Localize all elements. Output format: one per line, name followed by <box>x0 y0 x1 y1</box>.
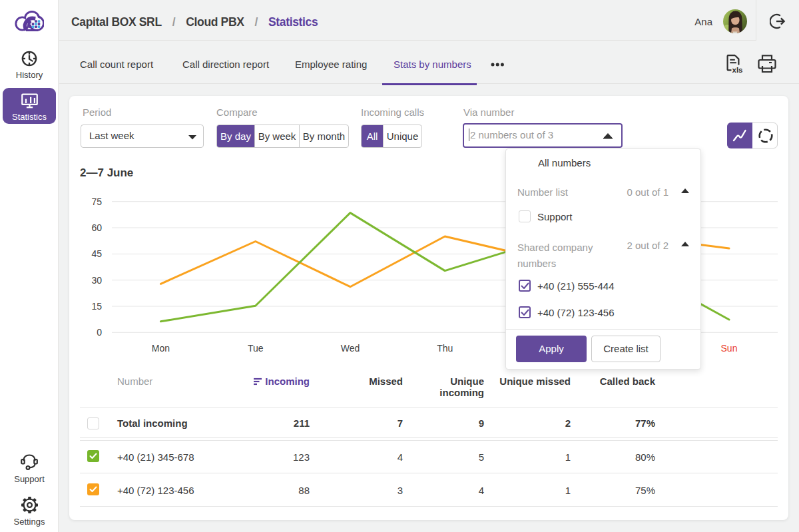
svg-text:15: 15 <box>91 301 102 312</box>
svg-text:45: 45 <box>91 248 102 259</box>
svg-text:0: 0 <box>97 327 102 338</box>
svg-text:Wed: Wed <box>341 343 360 354</box>
svg-text:Thu: Thu <box>437 343 453 354</box>
svg-text:Mon: Mon <box>152 343 170 354</box>
svg-text:Tue: Tue <box>248 343 264 354</box>
svg-text:30: 30 <box>91 275 102 286</box>
svg-text:Sun: Sun <box>721 343 738 354</box>
svg-text:xls: xls <box>732 66 743 74</box>
svg-text:75: 75 <box>91 196 102 207</box>
svg-text:60: 60 <box>91 222 102 233</box>
